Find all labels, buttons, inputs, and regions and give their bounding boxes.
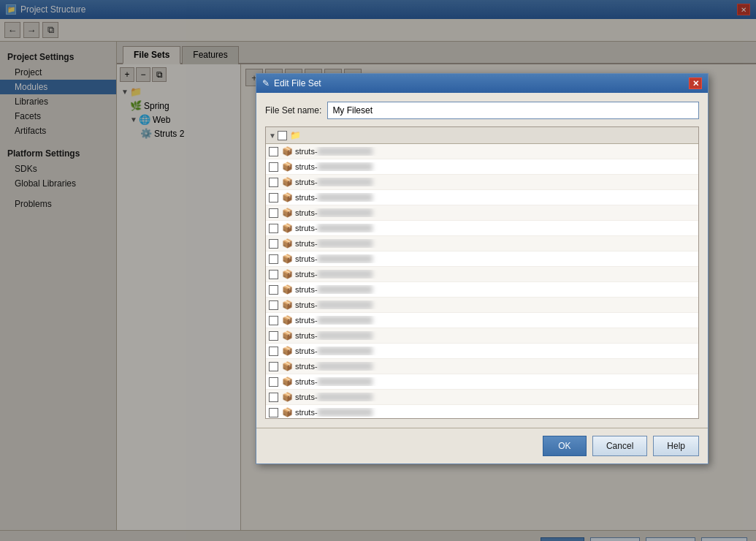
jar-icon-9: 📦 [281, 268, 293, 280]
file-name-4: struts-xxxxxxxxxxx.jar [295, 193, 695, 202]
file-name-5: struts-xxxxxxxxxxx.jar [295, 208, 695, 217]
modal-title-icon: ✎ [262, 78, 270, 88]
file-name-1: struts-xxxxxxxxxxx.jar [295, 147, 695, 156]
jar-icon-13: 📦 [281, 330, 293, 341]
header-folder-icon: 📁 [290, 129, 302, 141]
file-name-3: struts-xxxxxxxxxxx.jar [295, 178, 695, 186]
modal-help-button[interactable]: Help [653, 436, 699, 456]
file-checkbox-11[interactable] [269, 300, 278, 310]
file-list-row-13: 📦 struts-xxxxxxxxxxx.jar [266, 328, 698, 344]
file-name-9: struts-xxxxxxxxxxx.jar [295, 270, 695, 279]
file-checkbox-4[interactable] [269, 193, 278, 203]
file-list-header: ▼ 📁 [266, 127, 698, 144]
file-name-14: struts-xxxxxxxxxxx.jar [295, 347, 695, 355]
jar-icon-6: 📦 [281, 222, 293, 234]
file-checkbox-9[interactable] [269, 270, 278, 279]
file-checkbox-15[interactable] [269, 362, 278, 371]
modal-close-button[interactable]: ✕ [689, 77, 702, 89]
fileset-name-row: File Set name: [265, 102, 699, 119]
file-name-11: struts-xxxxxxxxxxx.jar [295, 300, 695, 309]
file-list-row-17: 📦 struts-xxxxxxxxxxx.jar [266, 390, 698, 405]
file-list-row-3: 📦 struts-xxxxxxxxxxx.jar [266, 175, 698, 190]
jar-icon-17: 📦 [281, 391, 293, 403]
file-list-row-5: 📦 struts-xxxxxxxxxxx.jar [266, 205, 698, 221]
modal-ok-button[interactable]: OK [543, 436, 587, 456]
file-checkbox-14[interactable] [269, 347, 278, 356]
jar-icon-16: 📦 [281, 376, 293, 387]
edit-file-set-modal: ✎ Edit File Set ✕ File Set name: ▼ 📁 [256, 73, 709, 464]
file-name-6: struts-xxxxxxxxxxx.jar [295, 224, 695, 232]
jar-icon-1: 📦 [281, 145, 293, 157]
file-name-10: struts-xxxxxxxxxxx.jar [295, 285, 695, 294]
file-name-16: struts-xxxxxxxxxxx.jar [295, 377, 695, 386]
file-list-row-18: 📦 struts-xxxxxxxxxxx.jar [266, 405, 698, 419]
header-checkbox[interactable] [278, 131, 287, 140]
file-list-container: ▼ 📁 📦 struts-xxxxxxxxxxx.jar 📦 struts-xx… [265, 126, 699, 419]
modal-footer: OK Cancel Help [256, 428, 708, 464]
file-list-row-2: 📦 struts-xxxxxxxxxxx.jar [266, 159, 698, 175]
modal-overlay: ✎ Edit File Set ✕ File Set name: ▼ 📁 [0, 0, 756, 541]
file-checkbox-17[interactable] [269, 393, 278, 402]
fileset-name-label: File Set name: [265, 105, 321, 116]
jar-icon-7: 📦 [281, 238, 293, 249]
modal-cancel-button[interactable]: Cancel [592, 436, 647, 456]
file-name-7: struts-xxxxxxxxxxx.jar [295, 239, 695, 248]
jar-icon-18: 📦 [281, 406, 293, 418]
jar-icon-3: 📦 [281, 176, 293, 188]
file-checkbox-7[interactable] [269, 239, 278, 249]
file-name-17: struts-xxxxxxxxxxx.jar [295, 393, 695, 401]
file-name-18: struts-xxxxxxxxxxx.jar [295, 408, 695, 417]
jar-icon-14: 📦 [281, 345, 293, 357]
file-checkbox-12[interactable] [269, 316, 278, 325]
file-list-row-1: 📦 struts-xxxxxxxxxxx.jar [266, 144, 698, 159]
jar-icon-4: 📦 [281, 192, 293, 203]
file-checkbox-8[interactable] [269, 254, 278, 264]
jar-icon-11: 📦 [281, 299, 293, 311]
file-checkbox-5[interactable] [269, 208, 278, 218]
file-list-row-8: 📦 struts-xxxxxxxxxxx.jar [266, 251, 698, 267]
jar-icon-10: 📦 [281, 284, 293, 295]
file-list-row-6: 📦 struts-xxxxxxxxxxx.jar [266, 221, 698, 236]
modal-title-left: ✎ Edit File Set [262, 78, 321, 88]
modal-title-bar: ✎ Edit File Set ✕ [256, 74, 708, 93]
header-arrow: ▼ [269, 132, 276, 140]
file-checkbox-2[interactable] [269, 162, 278, 172]
jar-icon-15: 📦 [281, 360, 293, 372]
file-checkbox-1[interactable] [269, 147, 278, 156]
file-list-row-10: 📦 struts-xxxxxxxxxxx.jar [266, 282, 698, 298]
file-list-row-11: 📦 struts-xxxxxxxxxxx.jar [266, 298, 698, 313]
jar-icon-5: 📦 [281, 207, 293, 219]
jar-icon-8: 📦 [281, 253, 293, 265]
file-list-row-16: 📦 struts-xxxxxxxxxxx.jar [266, 374, 698, 390]
file-name-2: struts-xxxxxxxxxxx.jar [295, 162, 695, 171]
file-name-12: struts-xxxxxxxxxxx.jar [295, 316, 695, 325]
modal-content: File Set name: ▼ 📁 📦 struts-xxxxxxxxxxx.… [256, 93, 708, 428]
file-list-row-12: 📦 struts-xxxxxxxxxxx.jar [266, 313, 698, 328]
file-name-13: struts-xxxxxxxxxxx.jar [295, 331, 695, 340]
file-checkbox-13[interactable] [269, 331, 278, 341]
file-list-row-9: 📦 struts-xxxxxxxxxxx.jar [266, 267, 698, 282]
file-checkbox-6[interactable] [269, 224, 278, 233]
modal-title-text: Edit File Set [274, 78, 321, 88]
file-checkbox-18[interactable] [269, 408, 278, 417]
jar-icon-2: 📦 [281, 161, 293, 173]
file-list-row-14: 📦 struts-xxxxxxxxxxx.jar [266, 344, 698, 359]
file-name-8: struts-xxxxxxxxxxx.jar [295, 254, 695, 263]
file-checkbox-3[interactable] [269, 178, 278, 187]
file-list-row-4: 📦 struts-xxxxxxxxxxx.jar [266, 190, 698, 205]
fileset-name-input[interactable] [327, 102, 699, 119]
jar-icon-12: 📦 [281, 314, 293, 326]
file-checkbox-10[interactable] [269, 285, 278, 295]
file-list-row-15: 📦 struts-xxxxxxxxxxx.jar [266, 359, 698, 374]
file-checkbox-16[interactable] [269, 377, 278, 387]
file-name-15: struts-xxxxxxxxxxx.jar [295, 362, 695, 371]
file-list-row-7: 📦 struts-xxxxxxxxxxx.jar [266, 236, 698, 251]
